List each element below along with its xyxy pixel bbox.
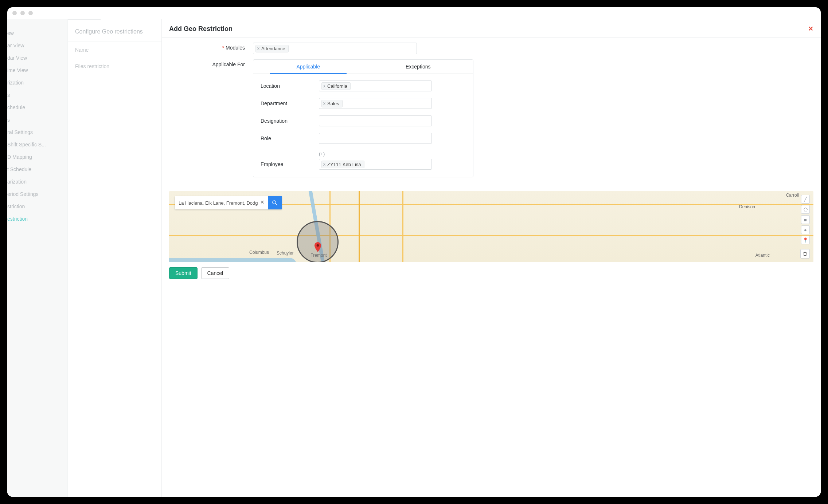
map[interactable]: Carroll Denison Atlantic Columbus Schuyl…	[169, 191, 813, 262]
svg-line-2	[276, 204, 277, 205]
configure-heading: Configure Geo restrictions	[68, 19, 101, 42]
sidebar-item[interactable]: eriod Settings	[7, 188, 67, 200]
cancel-button[interactable]: Cancel	[201, 267, 230, 279]
sidebar-item[interactable]: dar View	[7, 52, 67, 64]
draw-circle-icon[interactable]: ●	[801, 225, 810, 234]
map-delete-icon[interactable]	[800, 249, 810, 259]
map-search-input[interactable]	[175, 196, 268, 209]
search-icon	[272, 200, 278, 206]
submit-button[interactable]: Submit	[169, 267, 198, 279]
draw-rectangle-icon[interactable]: ■	[801, 215, 810, 224]
add-more-link[interactable]: (+)	[261, 150, 466, 159]
modal-title: Add Geo Restriction	[169, 25, 233, 33]
location-label: Location	[261, 83, 319, 89]
sidebar-item[interactable]: D Mapping	[7, 151, 67, 163]
sidebar-item[interactable]: ar View	[7, 39, 67, 52]
clear-search-icon[interactable]: ×	[260, 198, 264, 206]
svg-point-1	[273, 201, 276, 204]
window-frame: ewar Viewdar Viewime Viewrizationschedul…	[7, 7, 821, 497]
department-input[interactable]: xSales	[319, 98, 432, 109]
close-icon[interactable]: ✕	[808, 25, 813, 33]
window-dot[interactable]	[28, 11, 33, 15]
app: ewar Viewdar Viewime Viewrizationschedul…	[7, 19, 821, 497]
configure-panel: Configure Geo restrictions Name Files re…	[67, 19, 161, 497]
map-pin-icon[interactable]	[315, 246, 322, 253]
remove-tag-icon[interactable]: x	[323, 83, 325, 88]
form-area: *Modules xAttendance Applicable For Appl…	[162, 38, 821, 182]
sidebar-item[interactable]: s	[7, 89, 67, 101]
sidebar-item[interactable]: striction	[7, 200, 67, 213]
modules-input[interactable]: xAttendance	[253, 43, 417, 54]
remove-tag-icon[interactable]: x	[323, 101, 325, 106]
sidebar-item[interactable]: estriction	[7, 213, 67, 225]
role-input[interactable]	[319, 133, 432, 144]
search-button[interactable]	[268, 196, 282, 209]
titlebar	[7, 7, 821, 19]
sidebar-item[interactable]: rization	[7, 76, 67, 89]
restriction-row[interactable]: Files restriction	[68, 58, 161, 74]
role-label: Role	[261, 135, 319, 141]
draw-line-icon[interactable]: ╱	[801, 195, 810, 204]
module-tag: xAttendance	[255, 45, 289, 52]
remove-tag-icon[interactable]: x	[257, 46, 259, 51]
department-label: Department	[261, 101, 319, 106]
geo-radius-circle[interactable]	[297, 221, 339, 262]
main-panel: Add Geo Restriction ✕ *Modules xAttendan…	[161, 19, 821, 497]
map-city-label: Denison	[739, 204, 755, 209]
svg-point-0	[317, 244, 319, 247]
map-city-label: Carroll	[786, 193, 799, 198]
remove-tag-icon[interactable]: x	[323, 162, 325, 167]
sidebar-item[interactable]: ew	[7, 27, 67, 39]
modal-header: Add Geo Restriction ✕	[162, 19, 821, 38]
sidebar-item[interactable]: s	[7, 114, 67, 126]
designation-label: Designation	[261, 118, 319, 124]
sidebar-item[interactable]: arization	[7, 176, 67, 188]
applicable-container: Applicable Exceptions Location xCaliforn…	[253, 59, 473, 177]
sidebar-item[interactable]: t Schedule	[7, 163, 67, 176]
tabs-body: Location xCalifornia Department	[253, 74, 473, 177]
sidebar-item[interactable]: chedule	[7, 101, 67, 114]
window-dot[interactable]	[20, 11, 25, 15]
sidebar-item[interactable]: Shift Specific S...	[7, 138, 67, 151]
column-header-name: Name	[68, 42, 161, 58]
tabs: Applicable Exceptions	[253, 60, 473, 74]
location-input[interactable]: xCalifornia	[319, 80, 432, 91]
map-city-label: Columbus	[249, 250, 269, 255]
sidebar-item[interactable]: ral Settings	[7, 126, 67, 138]
map-search: ×	[175, 196, 282, 209]
modules-label: *Modules	[169, 43, 253, 51]
employee-label: Employee	[261, 161, 319, 167]
tab-exceptions[interactable]: Exceptions	[363, 60, 473, 74]
tab-applicable[interactable]: Applicable	[253, 60, 363, 74]
map-draw-tools: ╱ ⬠ ■ ● 📍	[801, 195, 810, 244]
sidebar: ewar Viewdar Viewime Viewrizationschedul…	[7, 19, 67, 497]
sidebar-item[interactable]: ime View	[7, 64, 67, 76]
map-city-label: Schuyler	[277, 251, 294, 256]
map-city-label: Atlantic	[755, 253, 770, 258]
window-dot[interactable]	[12, 11, 17, 15]
applicable-for-label: Applicable For	[169, 59, 253, 67]
employee-input[interactable]: xZY111 Keb Lisa	[319, 159, 432, 170]
draw-marker-icon[interactable]: 📍	[801, 236, 810, 244]
footer: Submit Cancel	[162, 262, 821, 285]
draw-polygon-icon[interactable]: ⬠	[801, 205, 810, 214]
designation-input[interactable]	[319, 115, 432, 126]
